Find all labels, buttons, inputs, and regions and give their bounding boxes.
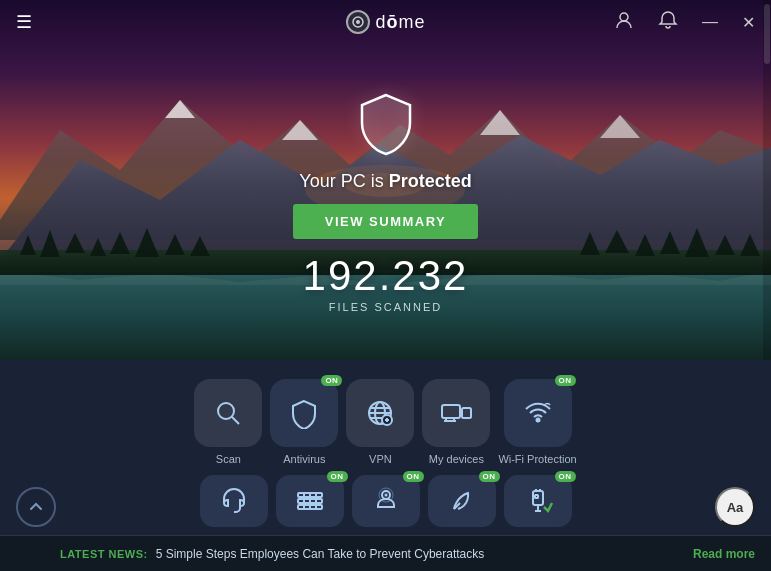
feature-my-devices[interactable]: My devices [422,379,490,465]
close-button[interactable]: ✕ [738,9,759,36]
firewall-icon-wrap[interactable]: ON [276,475,344,527]
bell-icon[interactable] [654,6,682,38]
menu-icon[interactable]: ☰ [12,11,36,33]
feature-support[interactable] [200,475,268,527]
feature-scan[interactable]: Scan [194,379,262,465]
vpn-label: VPN [369,453,392,465]
safe-browser-icon-wrap[interactable]: ON [428,475,496,527]
scroll-up-button[interactable] [16,487,56,527]
logo-icon [345,10,369,34]
svg-point-30 [218,403,234,419]
feature-wifi-protection[interactable]: ON Wi-Fi Protection [498,379,576,465]
minimize-button[interactable]: — [698,9,722,35]
identity-icon-wrap[interactable]: ON [504,475,572,527]
data-shield-icon-wrap[interactable]: ON [352,475,420,527]
titlebar-left: ☰ [12,11,36,33]
files-count: 192.232 [303,255,469,297]
svg-line-31 [232,417,239,424]
scan-label: Scan [216,453,241,465]
identity-on-badge: ON [555,471,576,482]
my-devices-icon-wrap[interactable] [422,379,490,447]
view-summary-button[interactable]: VIEW SUMMARY [293,204,479,239]
support-icon-wrap[interactable] [200,475,268,527]
news-bar: LATEST NEWS: 5 Simple Steps Employees Ca… [0,535,771,571]
titlebar: ☰ dōme — ✕ [0,0,771,44]
my-devices-label: My devices [429,453,484,465]
protection-status-text: Your PC is Protected [299,171,471,192]
hero-section: Your PC is Protected VIEW SUMMARY 192.23… [0,44,771,360]
logo: dōme [345,10,425,34]
titlebar-right: — ✕ [610,6,759,38]
scan-icon-wrap[interactable] [194,379,262,447]
news-text: 5 Simple Steps Employees Can Take to Pre… [156,547,685,561]
feature-data-shield[interactable]: ON [352,475,420,527]
wifi-icon-wrap[interactable]: ON [504,379,572,447]
user-icon[interactable] [610,6,638,38]
font-size-button[interactable]: Aa [715,487,755,527]
shield-icon [356,91,416,163]
antivirus-icon-wrap[interactable]: ON [270,379,338,447]
feature-safe-browser[interactable]: ON [428,475,496,527]
wifi-on-badge: ON [555,375,576,386]
svg-point-45 [536,418,539,421]
vpn-icon-wrap[interactable] [346,379,414,447]
data-shield-on-badge: ON [403,471,424,482]
feature-identity[interactable]: ON [504,475,572,527]
svg-rect-59 [535,495,538,498]
bottom-section: Scan ON Antivirus [0,360,771,571]
svg-point-53 [384,494,387,497]
antivirus-on-badge: ON [321,375,342,386]
logo-text: dōme [375,12,425,33]
svg-rect-40 [442,405,460,418]
svg-point-29 [620,13,628,21]
files-scanned-label: FILES SCANNED [329,301,442,313]
features-row-2: ON ON [0,471,771,535]
features-row-1: Scan ON Antivirus [0,360,771,471]
svg-point-28 [355,20,359,24]
antivirus-label: Antivirus [283,453,325,465]
read-more-link[interactable]: Read more [693,547,755,561]
feature-antivirus[interactable]: ON Antivirus [270,379,338,465]
safe-browser-on-badge: ON [479,471,500,482]
feature-firewall[interactable]: ON [276,475,344,527]
feature-vpn[interactable]: VPN [346,379,414,465]
firewall-on-badge: ON [327,471,348,482]
news-label: LATEST NEWS: [60,548,148,560]
wifi-protection-label: Wi-Fi Protection [498,453,576,465]
svg-rect-41 [462,408,471,418]
